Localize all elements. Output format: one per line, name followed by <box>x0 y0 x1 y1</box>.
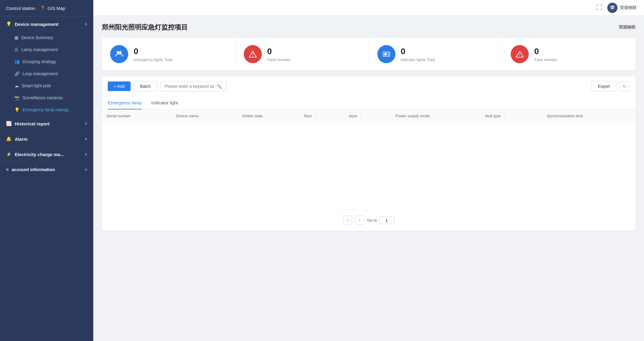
avatar-text: 荣 <box>610 5 615 11</box>
refresh-icon: ↻ <box>623 84 627 89</box>
surveillance-cameras-icon: 📷 <box>14 95 20 100</box>
lamp-management-icon: ☰ <box>14 47 18 52</box>
historical-report-icon: 📈 <box>6 121 12 126</box>
emergency-lamp-label: Emergency lamp manag... <box>23 107 72 112</box>
loop-management-label: Loop management <box>23 71 58 76</box>
page-input[interactable] <box>379 217 394 224</box>
data-table: Serial number Device name Online state f… <box>102 109 636 209</box>
sidebar-group-historical-report[interactable]: 📈 Historical report ∨ <box>0 116 93 131</box>
alarm-chevron: ∨ <box>85 137 87 141</box>
summary-card-indicator-fault: ! 0 Fault number <box>502 38 636 70</box>
emergency-total-label: emergency lights Total <box>134 57 172 62</box>
tab-emergency-lamp[interactable]: Emergency lamp <box>108 97 142 109</box>
col-fault-type[interactable]: fault type ⌄ <box>480 109 542 123</box>
export-button[interactable]: Export <box>592 81 616 91</box>
historical-report-label: Historical report <box>15 121 50 126</box>
grouping-strategy-label: Grouping strategy <box>23 59 56 64</box>
col-layer[interactable]: layer ⌄ <box>344 109 391 123</box>
col-synchronization-time: Synchronization time <box>542 109 636 123</box>
table-area: + Add Batch 🔍 Export ↻ Emergency lamp In… <box>102 76 636 231</box>
goto-label: Go to <box>367 218 377 223</box>
account-information-chevron: ∨ <box>85 167 87 172</box>
sidebar-group-device-management[interactable]: 💡 Device management ∧ <box>0 17 93 32</box>
smart-light-pole-label: Smart light pole <box>22 83 51 88</box>
sidebar-item-lamp-management[interactable]: ☰ Lamp management <box>0 44 93 56</box>
svg-text:!: ! <box>519 53 520 57</box>
account-information-label: account information <box>12 167 55 172</box>
sidebar-nav-gis-map[interactable]: 📍 GIS Map <box>40 5 65 11</box>
sidebar-group-electricity-charge[interactable]: ⚡ Electricity charge ma... ∨ <box>0 146 93 162</box>
add-button[interactable]: + Add <box>108 81 131 91</box>
page-title-bar: 郑州阳光照明应急灯监控项目 荣观物联 <box>102 23 636 32</box>
sidebar-group-alarm[interactable]: 🔔 Alarm ∨ <box>0 131 93 146</box>
col-online-state: Online state <box>237 109 299 123</box>
prev-page-button[interactable]: ‹ <box>343 216 352 225</box>
device-management-icon: 💡 <box>6 21 12 27</box>
device-management-chevron: ∧ <box>85 22 87 26</box>
empty-table-message <box>107 127 631 205</box>
col-floor[interactable]: floor ⌄ <box>299 109 344 123</box>
indicator-total-icon <box>377 45 395 63</box>
indicator-fault-count: 0 <box>534 47 557 56</box>
indicator-total-label: indicator lights Total <box>401 57 435 62</box>
layer-sort-icon: ⌄ <box>360 115 362 118</box>
tab-bar: Emergency lamp Indicator light <box>102 97 636 109</box>
electricity-charge-chevron: ∨ <box>85 152 87 156</box>
control-station-label: Control station <box>6 6 35 11</box>
summary-card-emergency-fault: ! 0 Fault number <box>235 38 369 70</box>
sidebar-item-surveillance-cameras[interactable]: 📷 Surveillance cameras <box>0 92 93 104</box>
historical-report-chevron: ∨ <box>85 121 87 126</box>
gis-map-icon: 📍 <box>40 5 46 11</box>
page-goto: Go to <box>367 217 394 224</box>
batch-button[interactable]: Batch <box>134 81 157 91</box>
next-page-button[interactable]: › <box>355 216 364 225</box>
summary-card-indicator-total: 0 indicator lights Total <box>369 38 503 70</box>
indicator-total-info: 0 indicator lights Total <box>401 47 435 62</box>
indicator-total-count: 0 <box>401 47 435 56</box>
sidebar-item-emergency-lamp[interactable]: 💡 Emergency lamp manag... <box>0 104 93 116</box>
device-summary-icon: ▦ <box>14 35 18 40</box>
col-device-name: Device name <box>171 109 237 123</box>
indicator-fault-info: 0 Fault number <box>534 47 557 62</box>
surveillance-cameras-label: Surveillance cameras <box>23 95 63 100</box>
sidebar-nav-control-station[interactable]: Control station <box>6 6 35 11</box>
emergency-fault-icon: ! <box>244 45 262 63</box>
account-information-icon: ≡ <box>6 167 9 172</box>
fault-type-sort-icon: ⌄ <box>503 115 506 118</box>
main-area: ⛶ 荣 荣观物联 郑州阳光照明应急灯监控项目 荣观物联 <box>93 0 644 341</box>
refresh-button[interactable]: ↻ <box>619 81 630 91</box>
sidebar-item-smart-light-pole[interactable]: ☁ Smart light pole <box>0 80 93 92</box>
tab-emergency-lamp-label: Emergency lamp <box>108 100 142 105</box>
alarm-label: Alarm <box>15 137 28 142</box>
indicator-fault-icon: ! <box>511 45 529 63</box>
svg-point-0 <box>117 51 119 54</box>
emergency-lamp-icon: 💡 <box>14 107 20 112</box>
emergency-fault-label: Fault number <box>267 57 290 62</box>
search-input[interactable] <box>165 84 215 89</box>
pagination: ‹ › Go to <box>102 209 636 231</box>
search-input-wrapper[interactable]: 🔍 <box>160 81 226 91</box>
content-area: 郑州阳光照明应急灯监控项目 荣观物联 0 emergency lights To… <box>93 16 644 341</box>
emergency-fault-count: 0 <box>267 47 290 56</box>
user-menu[interactable]: 荣 荣观物联 <box>607 3 637 13</box>
sidebar-item-device-summary[interactable]: ▦ Device Summary <box>0 32 93 44</box>
tab-indicator-light[interactable]: Indicator light <box>151 97 178 109</box>
sidebar-group-account-information[interactable]: ≡ account information ∨ <box>0 162 93 177</box>
avatar: 荣 <box>607 3 618 13</box>
table-toolbar: + Add Batch 🔍 Export ↻ <box>102 76 636 97</box>
topbar: ⛶ 荣 荣观物联 <box>93 0 644 16</box>
sidebar-section-device-management: 💡 Device management ∧ ▦ Device Summary ☰… <box>0 17 93 116</box>
smart-light-pole-icon: ☁ <box>14 83 19 88</box>
sidebar-item-loop-management[interactable]: 🔗 Loop management <box>0 68 93 80</box>
device-summary-label: Device Summary <box>21 35 54 40</box>
col-power-supply-mode: Power supply mode <box>391 109 480 123</box>
expand-icon[interactable]: ⛶ <box>596 4 602 11</box>
summary-card-emergency-total: 0 emergency lights Total <box>102 38 235 70</box>
electricity-charge-label: Electricity charge ma... <box>15 152 64 157</box>
page-title: 郑州阳光照明应急灯监控项目 <box>102 23 188 32</box>
device-management-menu: ▦ Device Summary ☰ Lamp management 👥 Gro… <box>0 32 93 116</box>
sidebar-item-grouping-strategy[interactable]: 👥 Grouping strategy <box>0 56 93 68</box>
page-subtitle: 荣观物联 <box>619 25 636 30</box>
alarm-icon: 🔔 <box>6 136 12 142</box>
svg-text:!: ! <box>252 53 253 57</box>
